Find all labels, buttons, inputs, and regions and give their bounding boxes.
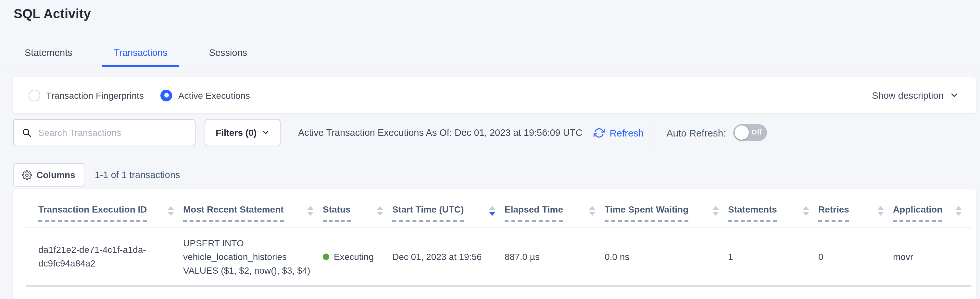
search-icon	[21, 127, 32, 138]
tab-statements[interactable]: Statements	[13, 45, 84, 66]
sql-activity-page: SQL Activity Statements Transactions Ses…	[0, 0, 980, 299]
refresh-icon	[593, 127, 604, 138]
chevron-down-icon	[950, 90, 959, 100]
cell-transaction-execution-id[interactable]: da1f21e2-de71-4c1f-a1da- dc9fc94a84a2	[38, 243, 183, 270]
status-label: Executing	[334, 250, 374, 264]
tab-sessions[interactable]: Sessions	[197, 45, 259, 66]
toggle-knob	[735, 125, 749, 140]
cell-retries: 0	[818, 250, 893, 264]
view-mode-card: Transaction Fingerprints Active Executio…	[13, 77, 976, 113]
as-of-timestamp: Active Transaction Executions As Of: Dec…	[298, 127, 582, 138]
sort-icon	[377, 206, 383, 216]
controls-row: Filters (0) Active Transaction Execution…	[13, 119, 976, 146]
show-description-button[interactable]: Show description	[872, 90, 959, 101]
column-header-most-recent-statement[interactable]: Most Recent Statement	[183, 204, 323, 222]
radio-label: Active Executions	[178, 90, 250, 101]
cell-statements: 1	[728, 250, 818, 264]
cell-elapsed-time: 887.0 µs	[504, 250, 605, 264]
cell-start-time: Dec 01, 2023 at 19:56	[392, 250, 504, 264]
sort-icon	[713, 206, 719, 216]
table-header-row: Transaction Execution ID Most Recent Sta…	[13, 189, 976, 222]
radio-selected-icon[interactable]	[161, 90, 172, 101]
search-box[interactable]	[13, 119, 196, 146]
refresh-button[interactable]: Refresh	[593, 127, 644, 138]
column-header-start-time[interactable]: Start Time (UTC)	[392, 204, 504, 222]
radio-transaction-fingerprints[interactable]: Transaction Fingerprints	[29, 90, 144, 101]
sort-icon	[167, 206, 174, 216]
columns-label: Columns	[37, 169, 75, 180]
radio-label: Transaction Fingerprints	[46, 90, 144, 101]
sort-icon-descending-active	[489, 206, 496, 216]
cell-status: Executing	[323, 250, 392, 264]
column-header-transaction-execution-id[interactable]: Transaction Execution ID	[38, 204, 183, 222]
tab-bar: Statements Transactions Sessions	[0, 45, 980, 66]
row-divider	[26, 285, 971, 287]
sort-icon	[589, 206, 595, 216]
sort-icon	[955, 206, 962, 216]
gear-icon	[22, 170, 32, 180]
result-count: 1-1 of 1 transactions	[95, 169, 180, 180]
auto-refresh-toggle[interactable]: Off	[733, 124, 767, 141]
toggle-state-label: Off	[751, 128, 762, 136]
sort-icon	[803, 206, 809, 216]
chevron-down-icon	[262, 129, 269, 136]
cell-application: movr	[893, 250, 971, 264]
column-header-time-spent-waiting[interactable]: Time Spent Waiting	[605, 204, 728, 222]
sort-icon	[307, 206, 314, 216]
radio-unselected-icon[interactable]	[29, 90, 40, 101]
search-input[interactable]	[38, 127, 187, 138]
column-header-statements[interactable]: Statements	[728, 204, 818, 222]
tab-transactions[interactable]: Transactions	[102, 45, 179, 66]
transactions-table: Transaction Execution ID Most Recent Sta…	[13, 189, 976, 299]
radio-active-executions[interactable]: Active Executions	[161, 90, 250, 101]
filters-label: Filters (0)	[216, 127, 256, 138]
column-header-application[interactable]: Application	[893, 204, 971, 222]
filters-button[interactable]: Filters (0)	[205, 119, 280, 146]
show-description-label: Show description	[872, 90, 943, 101]
table-row: da1f21e2-de71-4c1f-a1da- dc9fc94a84a2 UP…	[13, 228, 976, 285]
cell-most-recent-statement[interactable]: UPSERT INTO vehicle_location_histories V…	[183, 236, 323, 277]
column-header-elapsed-time[interactable]: Elapsed Time	[504, 204, 605, 222]
column-header-retries[interactable]: Retries	[818, 204, 893, 222]
cell-time-spent-waiting: 0.0 ns	[605, 250, 728, 264]
table-toolbar: Columns 1-1 of 1 transactions	[13, 163, 976, 187]
column-header-status[interactable]: Status	[323, 204, 392, 222]
auto-refresh-label: Auto Refresh:	[666, 127, 726, 138]
columns-button[interactable]: Columns	[13, 163, 84, 187]
vertical-divider	[655, 120, 655, 146]
status-executing-dot-icon	[323, 254, 329, 260]
page-title: SQL Activity	[14, 6, 980, 21]
sort-icon	[877, 206, 884, 216]
refresh-label: Refresh	[609, 127, 644, 138]
